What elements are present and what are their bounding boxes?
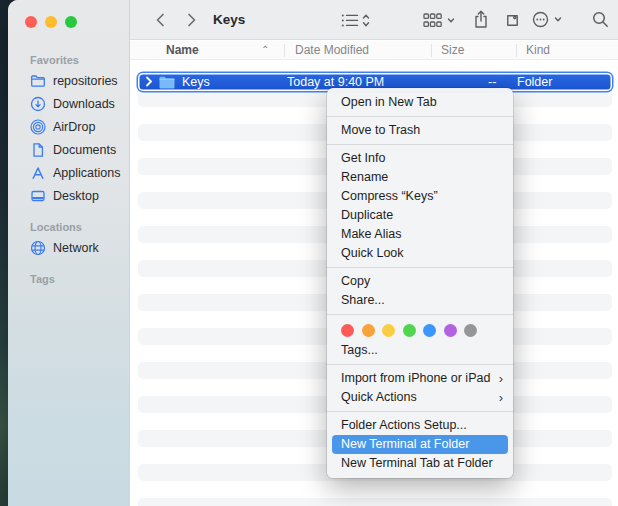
sidebar-item-label: Documents xyxy=(53,143,116,157)
window-controls xyxy=(25,16,77,28)
row-date-modified: Today at 9:40 PM xyxy=(287,75,384,89)
column-header-size[interactable]: Size xyxy=(441,43,464,57)
sidebar-item-network[interactable]: Network xyxy=(8,236,129,259)
sidebar-item-repositories[interactable]: repositories xyxy=(8,69,129,92)
desktop-icon xyxy=(30,188,46,204)
tag-blue[interactable] xyxy=(423,324,436,337)
folder-icon xyxy=(159,76,175,89)
menu-item-duplicate[interactable]: Duplicate xyxy=(327,206,513,225)
close-button[interactable] xyxy=(25,16,37,28)
share-icon[interactable] xyxy=(473,10,489,29)
back-button[interactable] xyxy=(152,11,170,29)
menu-item-import-from-iphone[interactable]: Import from iPhone or iPad › xyxy=(327,369,513,388)
minimize-button[interactable] xyxy=(45,16,57,28)
forward-button[interactable] xyxy=(182,11,200,29)
sidebar-item-label: Network xyxy=(53,241,99,255)
column-header-row: Name ⌃ Date Modified Size Kind xyxy=(130,41,618,60)
locations-section-label: Locations xyxy=(8,221,129,236)
menu-separator xyxy=(327,314,513,315)
disclosure-chevron-icon[interactable] xyxy=(145,76,153,87)
row-kind: Folder xyxy=(517,75,552,89)
content-area: Keys Name ⌃ Dat xyxy=(130,0,618,506)
menu-separator xyxy=(327,116,513,117)
toolbar: Keys xyxy=(130,0,618,40)
column-header-date-modified[interactable]: Date Modified xyxy=(295,43,369,57)
folder-icon xyxy=(30,73,46,89)
menu-item-rename[interactable]: Rename xyxy=(327,168,513,187)
sidebar: Favorites repositories Downloads AirDrop xyxy=(8,0,130,506)
sort-ascending-icon: ⌃ xyxy=(261,44,269,55)
search-icon[interactable] xyxy=(592,11,609,28)
download-circle-icon xyxy=(30,96,46,112)
sidebar-item-applications[interactable]: Applications xyxy=(8,161,129,184)
tag-color-row xyxy=(327,319,513,341)
menu-separator xyxy=(327,364,513,365)
menu-item-copy[interactable]: Copy xyxy=(327,272,513,291)
menu-item-get-info[interactable]: Get Info xyxy=(327,149,513,168)
submenu-arrow-icon: › xyxy=(499,388,503,407)
sidebar-item-label: AirDrop xyxy=(53,120,95,134)
menu-separator xyxy=(327,411,513,412)
sidebar-item-label: Applications xyxy=(53,166,120,180)
menu-item-open-in-new-tab[interactable]: Open in New Tab xyxy=(327,93,513,112)
menu-item-tags[interactable]: Tags... xyxy=(327,341,513,360)
sidebar-item-downloads[interactable]: Downloads xyxy=(8,92,129,115)
column-header-name[interactable]: Name xyxy=(166,43,199,57)
applications-icon xyxy=(30,165,46,181)
menu-item-new-terminal-at-folder[interactable]: New Terminal at Folder xyxy=(332,435,508,454)
sidebar-item-airdrop[interactable]: AirDrop xyxy=(8,115,129,138)
sidebar-item-label: Downloads xyxy=(53,97,115,111)
menu-item-folder-actions-setup[interactable]: Folder Actions Setup... xyxy=(327,416,513,435)
menu-item-compress[interactable]: Compress “Keys” xyxy=(327,187,513,206)
more-icon[interactable] xyxy=(532,11,564,28)
tag-red[interactable] xyxy=(341,324,354,337)
submenu-arrow-icon: › xyxy=(499,369,503,388)
view-list-icon[interactable] xyxy=(341,13,371,28)
window-title: Keys xyxy=(213,12,245,27)
context-menu: Open in New Tab Move to Trash Get Info R… xyxy=(327,88,513,478)
menu-separator xyxy=(327,267,513,268)
sidebar-item-desktop[interactable]: Desktop xyxy=(8,184,129,207)
row-name: Keys xyxy=(182,75,210,89)
tag-green[interactable] xyxy=(403,324,416,337)
sidebar-item-label: Desktop xyxy=(53,189,99,203)
favorites-section-label: Favorites xyxy=(8,54,129,69)
globe-icon xyxy=(30,240,46,256)
zoom-button[interactable] xyxy=(65,16,77,28)
menu-item-quick-look[interactable]: Quick Look xyxy=(327,244,513,263)
menu-item-move-to-trash[interactable]: Move to Trash xyxy=(327,121,513,140)
column-header-kind[interactable]: Kind xyxy=(526,43,550,57)
menu-item-quick-actions[interactable]: Quick Actions › xyxy=(327,388,513,407)
tag-gray[interactable] xyxy=(464,324,477,337)
tags-section-label: Tags xyxy=(8,273,129,288)
row-size: -- xyxy=(488,75,496,89)
menu-item-new-terminal-tab-at-folder[interactable]: New Terminal Tab at Folder xyxy=(327,454,513,473)
menu-item-share[interactable]: Share... xyxy=(327,291,513,310)
tag-yellow[interactable] xyxy=(382,324,395,337)
tags-icon[interactable] xyxy=(504,12,521,29)
group-icon[interactable] xyxy=(423,13,457,28)
airdrop-icon xyxy=(30,119,46,135)
menu-separator xyxy=(327,144,513,145)
sidebar-item-documents[interactable]: Documents xyxy=(8,138,129,161)
finder-window: Favorites repositories Downloads AirDrop xyxy=(8,0,618,506)
tag-purple[interactable] xyxy=(444,324,457,337)
menu-item-make-alias[interactable]: Make Alias xyxy=(327,225,513,244)
tag-orange[interactable] xyxy=(362,324,375,337)
row-stripe xyxy=(138,498,612,506)
sidebar-item-label: repositories xyxy=(53,74,118,88)
document-icon xyxy=(30,142,46,158)
